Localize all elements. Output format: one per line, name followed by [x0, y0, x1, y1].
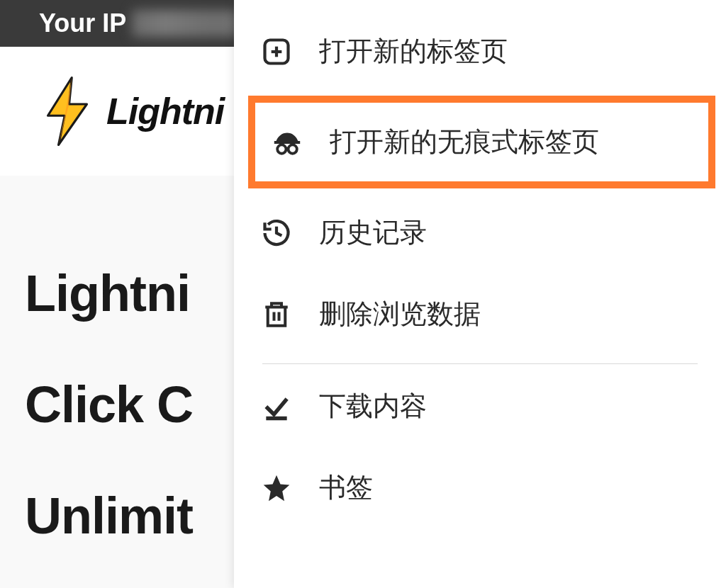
- lightning-icon: [39, 76, 96, 147]
- download-check-icon: [259, 389, 294, 424]
- svg-marker-11: [264, 475, 290, 501]
- history-icon: [259, 215, 294, 251]
- menu-new-tab[interactable]: 打开新的标签页: [234, 11, 726, 92]
- menu-label: 打开新的无痕式标签页: [330, 124, 599, 160]
- menu-downloads[interactable]: 下载内容: [234, 366, 726, 447]
- svg-point-5: [277, 145, 286, 153]
- menu-label: 历史记录: [319, 215, 427, 251]
- menu-label: 下载内容: [319, 388, 427, 424]
- ip-label: Your IP: [39, 9, 126, 38]
- plus-square-icon: [259, 34, 294, 69]
- svg-marker-0: [48, 78, 87, 145]
- menu-label: 书签: [319, 470, 373, 506]
- menu-clear-browsing-data[interactable]: 删除浏览数据: [234, 273, 726, 355]
- menu-bookmarks[interactable]: 书签: [234, 447, 726, 528]
- menu-new-incognito-tab[interactable]: 打开新的无痕式标签页: [248, 96, 715, 188]
- brand-name: Lightni: [106, 90, 224, 132]
- menu-label: 删除浏览数据: [319, 296, 481, 332]
- incognito-icon: [269, 125, 305, 160]
- trash-icon: [259, 297, 294, 332]
- menu-history[interactable]: 历史记录: [234, 192, 726, 273]
- star-icon: [259, 470, 294, 506]
- menu-divider: [262, 363, 698, 364]
- ip-value-blurred: [132, 10, 238, 37]
- svg-point-6: [289, 145, 297, 153]
- browser-menu: 打开新的标签页 打开新的无痕式标签页 历史记录: [234, 0, 726, 588]
- menu-label: 打开新的标签页: [319, 33, 508, 69]
